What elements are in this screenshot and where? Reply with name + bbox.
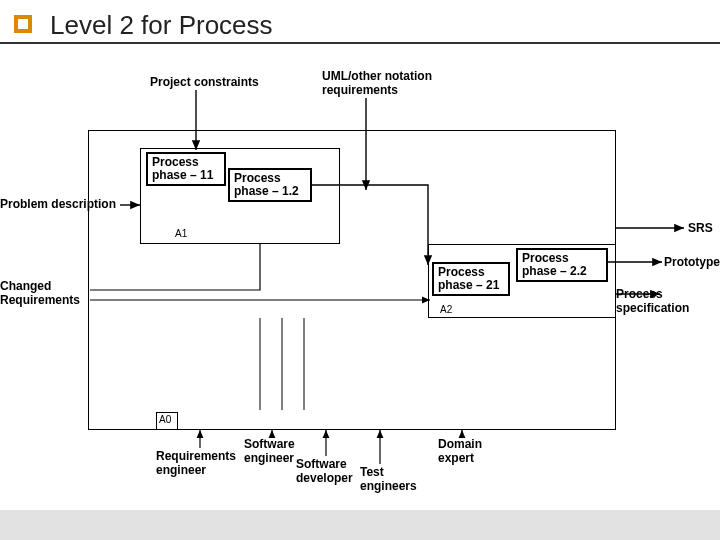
- phase-1-1: Process phase – 11: [146, 152, 226, 186]
- title-bar: Level 2 for Process: [0, 6, 720, 44]
- label-uml-req: UML/other notation requirements: [322, 70, 432, 98]
- footer-bar: [0, 510, 720, 540]
- label-test-eng: Test engineers: [360, 466, 417, 494]
- label-project-constraints: Project constraints: [150, 76, 259, 90]
- label-problem-desc: Problem description: [0, 198, 116, 212]
- a1-label: A1: [175, 228, 187, 239]
- label-domain-exp: Domain expert: [438, 438, 482, 466]
- phase-2-2: Process phase – 2.2: [516, 248, 608, 282]
- phase-2-1: Process phase – 21: [432, 262, 510, 296]
- label-req-eng: Requirements engineer: [156, 450, 236, 478]
- label-prototype: Prototype: [664, 256, 720, 270]
- page-title: Level 2 for Process: [50, 10, 273, 41]
- label-sw-eng: Software engineer: [244, 438, 295, 466]
- label-srs: SRS: [688, 222, 713, 236]
- a0-label: A0: [159, 414, 171, 425]
- bullet-icon: [14, 15, 32, 33]
- label-sw-dev: Software developer: [296, 458, 353, 486]
- label-proc-spec: Process specification: [616, 288, 720, 316]
- diagram-canvas: Level 2 for Process A0 A1 A2 Process pha…: [0, 0, 720, 540]
- label-changed-req: Changed Requirements: [0, 280, 80, 308]
- a2-label: A2: [440, 304, 452, 315]
- phase-1-2: Process phase – 1.2: [228, 168, 312, 202]
